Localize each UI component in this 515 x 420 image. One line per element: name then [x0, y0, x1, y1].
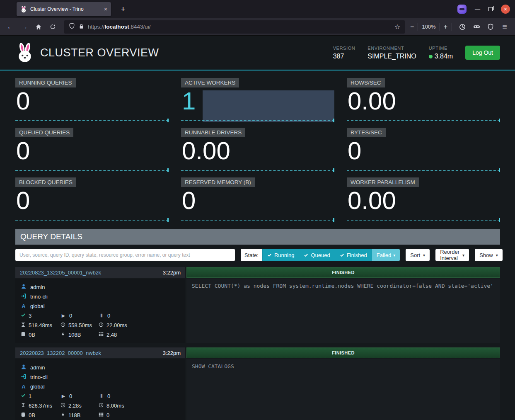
filter-running-button[interactable]: Running: [262, 249, 299, 261]
reload-button[interactable]: [46, 21, 59, 33]
zoom-in-button[interactable]: +: [444, 23, 447, 31]
clock-icon: [60, 322, 65, 327]
divider: [418, 23, 418, 31]
metric-value: 0.00: [348, 88, 396, 114]
query-time: 3:22pm: [163, 350, 181, 356]
metric-label: RESERVED MEMORY (B): [181, 177, 255, 187]
metric-label: ACTIVE WORKERS: [181, 78, 239, 87]
sparkline: [181, 120, 334, 121]
flame-icon: [60, 332, 65, 337]
environment-stat: ENVIRONMENT SIMPLE_TRINO: [368, 46, 416, 60]
query-status-bar: FINISHED: [186, 267, 500, 278]
tracking-shield-icon[interactable]: [69, 23, 75, 31]
queued-splits-stat: Ⅱ 0: [99, 391, 180, 401]
query-time: 3:22pm: [163, 269, 181, 276]
play-icon: ▶: [60, 313, 66, 318]
sparkline: [181, 220, 334, 221]
restore-icon: [488, 7, 493, 11]
menu-icon[interactable]: ≡: [498, 21, 511, 33]
query-meta-panel: admin trino-cli A global 3 ▶ 0: [15, 279, 185, 343]
sign-in-icon: [21, 293, 27, 299]
query-sql-text: SHOW CATALOGS: [186, 359, 500, 420]
restore-button[interactable]: [488, 5, 493, 13]
metric-card-rows-sec: ROWS/SEC 0.00: [347, 78, 500, 122]
metric-label: BLOCKED QUERIES: [15, 177, 76, 187]
tab-title: Cluster Overview - Trino: [30, 6, 101, 12]
total-time-stat: 2.28s: [60, 401, 99, 410]
divider: [452, 23, 452, 31]
chevron-down-icon: ▾: [462, 253, 464, 257]
sparkline: [347, 120, 500, 121]
metric-value: 0.00: [182, 138, 230, 164]
zoom-controls: − 100% +: [410, 23, 447, 31]
back-button[interactable]: ←: [4, 21, 17, 33]
filter-queued-button[interactable]: Queued: [299, 249, 334, 261]
parallelism-stat: 0: [99, 410, 180, 420]
metric-card-bytes-sec: BYTES/SEC 0: [347, 128, 500, 172]
logout-button[interactable]: Log Out: [465, 46, 500, 60]
running-splits-stat: ▶ 0: [60, 311, 99, 320]
metric-label: QUEUED QUERIES: [15, 128, 73, 137]
sort-dropdown[interactable]: Sort ▾: [406, 249, 430, 261]
sparkline: [347, 170, 500, 171]
extension-mask-icon[interactable]: [457, 5, 467, 14]
wall-time-stat: 626.37ms: [21, 401, 60, 410]
query-id-row: 20220823_132202_00000_nwbzk 3:22pm: [15, 347, 185, 358]
state-filter-group: State: Running Queued Finished Failed ▾: [241, 249, 400, 261]
sparkline: [15, 120, 169, 121]
sparkline-fill: [203, 90, 334, 122]
home-button[interactable]: [32, 21, 45, 33]
metrics-grid: RUNNING QUERIES 0 ACTIVE WORKERS 1 ROWS/…: [0, 70, 515, 227]
metric-card-runnable-drivers: RUNNABLE DRIVERS 0.00: [181, 128, 334, 172]
reorder-interval-dropdown[interactable]: Reorder Interval ▾: [435, 249, 469, 261]
metric-card-active-workers: ACTIVE WORKERS 1: [181, 78, 334, 122]
metric-value: 0: [348, 138, 361, 164]
metric-card-running-queries: RUNNING QUERIES 0: [15, 78, 169, 122]
filter-finished-button[interactable]: Finished: [335, 249, 372, 261]
metric-card-blocked-queries: BLOCKED QUERIES 0: [15, 177, 169, 221]
cumulative-memory-stat: 118B: [60, 410, 99, 420]
lock-icon[interactable]: [79, 23, 84, 31]
new-tab-button[interactable]: +: [118, 4, 128, 15]
history-icon[interactable]: [456, 21, 469, 33]
completed-splits-stat: 1: [21, 391, 60, 401]
bookmark-star-icon[interactable]: ☆: [394, 23, 400, 31]
current-memory-stat: 0B: [21, 330, 60, 340]
chevron-down-icon: ▾: [393, 253, 395, 257]
status-dot: [429, 55, 433, 58]
query-id-row: 20220823_132205_00001_nwbzk 3:22pm: [15, 267, 185, 278]
query-stats: 3 ▶ 0 Ⅱ 0 518.48ms 558.50ms: [21, 311, 180, 340]
tab-close-icon[interactable]: ×: [104, 6, 107, 12]
sign-in-icon: [21, 374, 27, 379]
metric-label: ROWS/SEC: [347, 78, 385, 87]
minimize-button[interactable]: —: [475, 6, 480, 12]
browser-tab[interactable]: Cluster Overview - Trino ×: [17, 2, 111, 16]
query-id-link[interactable]: 20220823_132205_00001_nwbzk: [20, 269, 101, 276]
navigation-toolbar: ← → https://localhost:8443/ui/ ☆ − 100% …: [0, 18, 515, 36]
query-user: admin: [21, 363, 180, 372]
completed-splits-stat: 3: [21, 311, 60, 320]
query-id-link[interactable]: 20220823_132202_00000_nwbzk: [20, 350, 101, 356]
url-bar[interactable]: https://localhost:8443/ui/ ☆: [64, 20, 405, 34]
forward-button[interactable]: →: [18, 21, 31, 33]
show-dropdown[interactable]: Show ▾: [475, 249, 503, 261]
url-text: https://localhost:8443/ui/: [88, 24, 151, 30]
check-icon: [21, 393, 26, 398]
sparkline: [347, 220, 500, 221]
metric-value: 0: [16, 187, 30, 214]
close-button[interactable]: ×: [501, 5, 510, 14]
filter-failed-dropdown[interactable]: Failed ▾: [372, 249, 400, 261]
font-icon: A: [21, 384, 27, 390]
metric-value: 0: [16, 138, 30, 164]
check-icon: [21, 313, 26, 318]
user-icon: [21, 364, 27, 370]
font-icon: A: [21, 303, 27, 309]
privacy-shield-icon[interactable]: [484, 21, 497, 33]
extension-goggles-icon[interactable]: [470, 21, 483, 33]
query-filter-toolbar: State: Running Queued Finished Failed ▾ …: [15, 249, 500, 261]
zoom-level[interactable]: 100%: [422, 24, 435, 30]
zoom-out-button[interactable]: −: [410, 23, 414, 31]
metric-label: RUNNABLE DRIVERS: [181, 128, 245, 137]
tab-bar: Cluster Overview - Trino × + — ×: [0, 0, 515, 18]
query-search-input[interactable]: [15, 249, 235, 261]
